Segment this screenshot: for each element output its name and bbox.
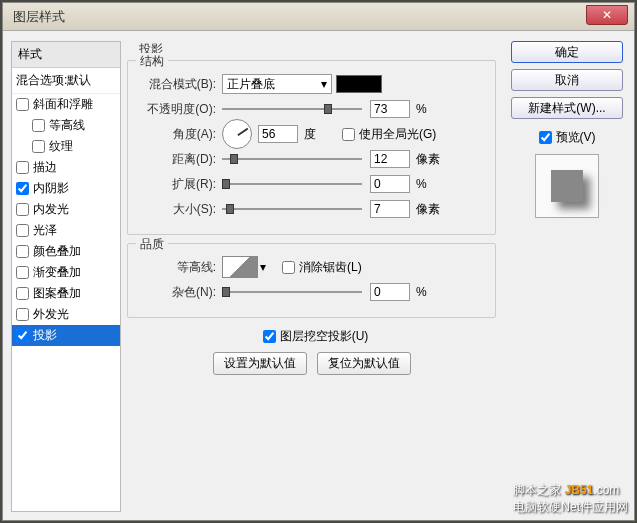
- sidebar-checkbox[interactable]: [32, 119, 45, 132]
- sidebar-checkbox[interactable]: [16, 266, 29, 279]
- angle-dial[interactable]: [222, 119, 252, 149]
- spread-slider[interactable]: [222, 175, 362, 193]
- set-default-button[interactable]: 设置为默认值: [213, 352, 307, 375]
- preview-label: 预览(V): [556, 129, 596, 146]
- sidebar-item-8[interactable]: 渐变叠加: [12, 262, 120, 283]
- spread-input[interactable]: [370, 175, 410, 193]
- window-title: 图层样式: [13, 8, 65, 26]
- sidebar-blend-default[interactable]: 混合选项:默认: [12, 68, 120, 94]
- sidebar-item-11[interactable]: 投影: [12, 325, 120, 346]
- sidebar-item-10[interactable]: 外发光: [12, 304, 120, 325]
- sidebar-item-label: 内发光: [33, 201, 69, 218]
- sidebar-checkbox[interactable]: [32, 140, 45, 153]
- antialias-checkbox[interactable]: 消除锯齿(L): [282, 259, 362, 276]
- titlebar[interactable]: 图层样式 ✕: [3, 3, 634, 31]
- sidebar-item-5[interactable]: 内发光: [12, 199, 120, 220]
- blend-mode-value: 正片叠底: [227, 76, 275, 93]
- sidebar-item-label: 图案叠加: [33, 285, 81, 302]
- main-panel: 投影 结构 混合模式(B): 正片叠底 ▾ 不透明度(O): %: [121, 41, 502, 512]
- sidebar-checkbox[interactable]: [16, 224, 29, 237]
- styles-sidebar: 样式 混合选项:默认 斜面和浮雕等高线纹理描边内阴影内发光光泽颜色叠加渐变叠加图…: [11, 41, 121, 512]
- opacity-input[interactable]: [370, 100, 410, 118]
- blend-mode-label: 混合模式(B):: [138, 76, 216, 93]
- sidebar-checkbox[interactable]: [16, 287, 29, 300]
- sidebar-header: 样式: [12, 42, 120, 68]
- distance-input[interactable]: [370, 150, 410, 168]
- cancel-button[interactable]: 取消: [511, 69, 623, 91]
- panel-title: 投影: [139, 41, 496, 58]
- knockout-checkbox[interactable]: 图层挖空投影(U): [263, 328, 369, 345]
- opacity-slider[interactable]: [222, 100, 362, 118]
- sidebar-item-label: 描边: [33, 159, 57, 176]
- noise-slider[interactable]: [222, 283, 362, 301]
- quality-group: 品质 等高线: ▾ 消除锯齿(L) 杂色(N): %: [127, 243, 496, 318]
- chevron-down-icon: ▾: [321, 77, 327, 91]
- sidebar-item-7[interactable]: 颜色叠加: [12, 241, 120, 262]
- spread-label: 扩展(R):: [138, 176, 216, 193]
- sidebar-item-label: 颜色叠加: [33, 243, 81, 260]
- size-slider[interactable]: [222, 200, 362, 218]
- noise-label: 杂色(N):: [138, 284, 216, 301]
- sidebar-item-label: 纹理: [49, 138, 73, 155]
- opacity-label: 不透明度(O):: [138, 101, 216, 118]
- sidebar-item-1[interactable]: 等高线: [12, 115, 120, 136]
- sidebar-item-label: 投影: [33, 327, 57, 344]
- global-light-label: 使用全局光(G): [359, 126, 436, 143]
- size-label: 大小(S):: [138, 201, 216, 218]
- angle-unit: 度: [304, 126, 334, 143]
- reset-default-button[interactable]: 复位为默认值: [317, 352, 411, 375]
- sidebar-item-label: 内阴影: [33, 180, 69, 197]
- structure-group: 结构 混合模式(B): 正片叠底 ▾ 不透明度(O): % 角度(: [127, 60, 496, 235]
- distance-unit: 像素: [416, 151, 446, 168]
- right-column: 确定 取消 新建样式(W)... 预览(V): [502, 41, 626, 512]
- antialias-label: 消除锯齿(L): [299, 259, 362, 276]
- contour-picker[interactable]: [222, 256, 258, 278]
- noise-input[interactable]: [370, 283, 410, 301]
- sidebar-item-4[interactable]: 内阴影: [12, 178, 120, 199]
- sidebar-item-label: 光泽: [33, 222, 57, 239]
- shadow-color-swatch[interactable]: [336, 75, 382, 93]
- watermark: 脚本之家 JB51.com 电脑软硬Net件应用网: [513, 482, 628, 516]
- quality-legend: 品质: [136, 236, 168, 253]
- size-unit: 像素: [416, 201, 446, 218]
- sidebar-item-label: 斜面和浮雕: [33, 96, 93, 113]
- chevron-down-icon[interactable]: ▾: [260, 260, 266, 274]
- sidebar-checkbox[interactable]: [16, 245, 29, 258]
- sidebar-item-label: 外发光: [33, 306, 69, 323]
- distance-label: 距离(D):: [138, 151, 216, 168]
- angle-input[interactable]: [258, 125, 298, 143]
- close-button[interactable]: ✕: [586, 5, 628, 25]
- spread-unit: %: [416, 177, 446, 191]
- sidebar-checkbox[interactable]: [16, 98, 29, 111]
- contour-label: 等高线:: [138, 259, 216, 276]
- sidebar-checkbox[interactable]: [16, 182, 29, 195]
- noise-unit: %: [416, 285, 446, 299]
- sidebar-item-0[interactable]: 斜面和浮雕: [12, 94, 120, 115]
- knockout-label: 图层挖空投影(U): [280, 328, 369, 345]
- preview-swatch: [551, 170, 583, 202]
- sidebar-checkbox[interactable]: [16, 161, 29, 174]
- close-icon: ✕: [602, 8, 612, 22]
- global-light-checkbox[interactable]: 使用全局光(G): [342, 126, 436, 143]
- sidebar-checkbox[interactable]: [16, 308, 29, 321]
- sidebar-item-label: 渐变叠加: [33, 264, 81, 281]
- sidebar-item-2[interactable]: 纹理: [12, 136, 120, 157]
- blend-mode-select[interactable]: 正片叠底 ▾: [222, 74, 332, 94]
- new-style-button[interactable]: 新建样式(W)...: [511, 97, 623, 119]
- size-input[interactable]: [370, 200, 410, 218]
- preview-box: [535, 154, 599, 218]
- dialog-body: 样式 混合选项:默认 斜面和浮雕等高线纹理描边内阴影内发光光泽颜色叠加渐变叠加图…: [3, 31, 634, 520]
- layer-style-dialog: 图层样式 ✕ 样式 混合选项:默认 斜面和浮雕等高线纹理描边内阴影内发光光泽颜色…: [2, 2, 635, 521]
- angle-label: 角度(A):: [138, 126, 216, 143]
- sidebar-item-6[interactable]: 光泽: [12, 220, 120, 241]
- sidebar-checkbox[interactable]: [16, 203, 29, 216]
- distance-slider[interactable]: [222, 150, 362, 168]
- sidebar-item-3[interactable]: 描边: [12, 157, 120, 178]
- sidebar-checkbox[interactable]: [16, 329, 29, 342]
- sidebar-item-9[interactable]: 图案叠加: [12, 283, 120, 304]
- structure-legend: 结构: [136, 53, 168, 70]
- ok-button[interactable]: 确定: [511, 41, 623, 63]
- sidebar-item-label: 等高线: [49, 117, 85, 134]
- preview-checkbox[interactable]: 预览(V): [539, 129, 596, 146]
- opacity-unit: %: [416, 102, 446, 116]
